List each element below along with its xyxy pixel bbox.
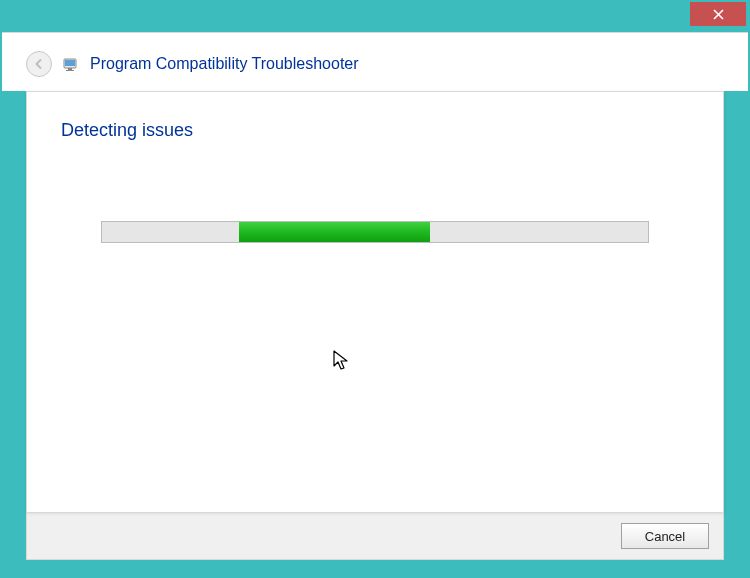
progress-container	[101, 221, 649, 243]
status-heading: Detecting issues	[61, 120, 689, 141]
cursor-icon	[333, 350, 351, 376]
cancel-button[interactable]: Cancel	[621, 523, 709, 549]
content-area: Detecting issues	[26, 91, 724, 513]
back-button	[26, 51, 52, 77]
window-title: Program Compatibility Troubleshooter	[90, 55, 359, 73]
troubleshooter-icon	[62, 55, 80, 73]
back-arrow-icon	[33, 58, 45, 70]
close-icon	[713, 9, 724, 20]
titlebar	[2, 2, 748, 32]
close-button[interactable]	[690, 2, 746, 26]
svg-rect-4	[68, 68, 72, 70]
svg-rect-5	[66, 70, 74, 71]
svg-rect-3	[65, 60, 75, 66]
header: Program Compatibility Troubleshooter	[2, 32, 748, 91]
footer: Cancel	[26, 512, 724, 560]
progress-bar	[101, 221, 649, 243]
window-frame: Program Compatibility Troubleshooter Det…	[0, 0, 750, 578]
progress-fill	[239, 222, 430, 242]
